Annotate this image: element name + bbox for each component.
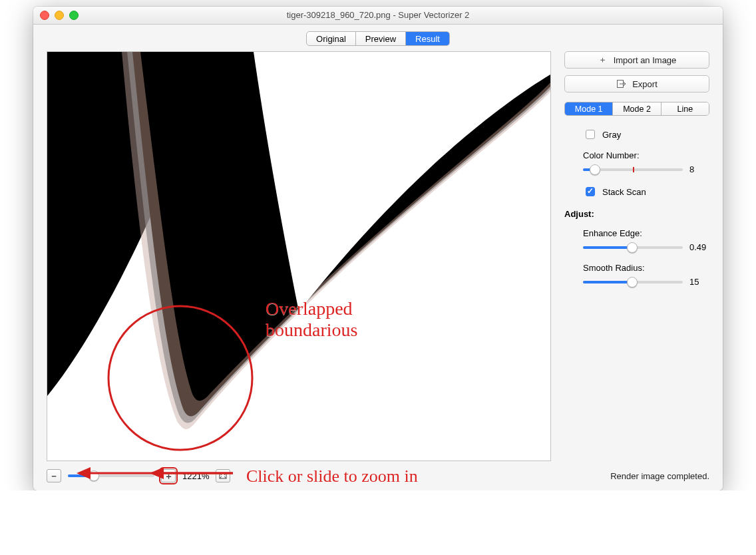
zoom-out-button[interactable]: − [47, 469, 61, 482]
color-number-label: Color Number: [583, 150, 709, 160]
zoom-slider[interactable] [68, 474, 154, 477]
close-icon[interactable] [40, 11, 49, 20]
export-label: Export [632, 79, 658, 89]
import-label: Import an Image [614, 55, 677, 65]
fit-screen-button[interactable] [216, 469, 230, 482]
gray-label: Gray [602, 130, 621, 140]
enhance-edge-label: Enhance Edge: [583, 228, 709, 238]
mode-tabs: Mode 1 Mode 2 Line [564, 102, 709, 116]
tab-original[interactable]: Original [307, 32, 356, 45]
zoom-in-button[interactable]: ＋ [161, 469, 176, 482]
minimize-icon[interactable] [55, 11, 64, 20]
import-button[interactable]: ＋ Import an Image [564, 51, 709, 69]
tab-line[interactable]: Line [662, 102, 709, 115]
slider-marker-icon [633, 167, 634, 172]
enhance-edge-value: 0.49 [689, 242, 709, 252]
zoom-level: 1221% [182, 471, 209, 481]
export-button[interactable]: Export [564, 75, 709, 92]
view-tabs: Original Preview Result [306, 31, 450, 46]
export-icon [616, 80, 627, 88]
gray-checkbox[interactable] [586, 130, 595, 139]
smooth-radius-value: 15 [689, 277, 709, 287]
stack-scan-label: Stack Scan [602, 187, 646, 197]
annotation-zoom-hint: Click or slide to zoom in [246, 466, 418, 486]
adjust-header: Adjust: [564, 209, 709, 219]
smooth-radius-slider[interactable] [583, 281, 683, 283]
plus-icon: ＋ [598, 54, 608, 66]
tab-preview[interactable]: Preview [356, 32, 406, 45]
color-number-slider[interactable] [583, 168, 683, 171]
window-title: tiger-309218_960_720.png - Super Vectori… [33, 7, 723, 24]
preview-canvas[interactable]: Overlapped boundarious [47, 51, 551, 461]
smooth-radius-label: Smooth Radius: [583, 263, 709, 273]
stack-scan-checkbox[interactable] [586, 187, 595, 196]
zoom-icon[interactable] [69, 11, 79, 20]
sidebar: ＋ Import an Image Export Mode 1 Mode 2 L… [564, 51, 709, 461]
color-number-value: 8 [689, 164, 709, 174]
tab-mode2[interactable]: Mode 2 [613, 102, 661, 115]
tab-result[interactable]: Result [406, 32, 449, 45]
enhance-edge-slider[interactable] [583, 246, 683, 249]
app-window: tiger-309218_960_720.png - Super Vectori… [33, 7, 723, 490]
titlebar: tiger-309218_960_720.png - Super Vectori… [33, 7, 723, 25]
tab-mode1[interactable]: Mode 1 [565, 102, 613, 115]
annotation-overlap: Overlapped boundarious [266, 298, 357, 341]
status-text: Render image completed. [610, 471, 709, 481]
